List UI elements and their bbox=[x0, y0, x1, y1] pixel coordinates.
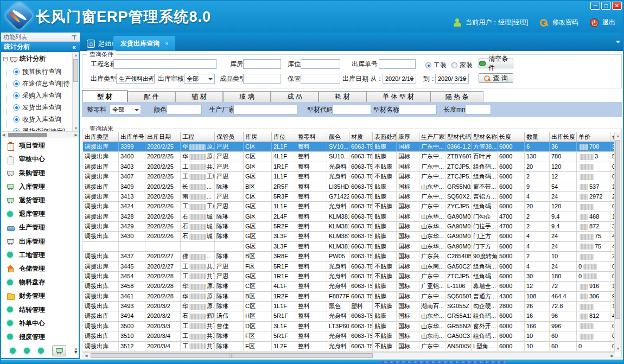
scrollbar-thumb[interactable]: ||| bbox=[91, 353, 373, 358]
pin-icon[interactable] bbox=[72, 34, 77, 40]
close-button[interactable]: ✕ bbox=[612, 2, 622, 10]
column-header[interactable]: 型材代码 bbox=[445, 132, 472, 142]
scroll-right-icon[interactable]: ▶ bbox=[611, 354, 614, 358]
table-row[interactable]: 调拨出库34932020/3/2华原...陈琳C区1L1F整料黑色塑料不贴膜国标… bbox=[83, 302, 615, 311]
column-header[interactable]: 工程 bbox=[181, 132, 215, 142]
circle-icon[interactable] bbox=[24, 348, 30, 354]
menu-item-2[interactable]: 采购管理 bbox=[1, 166, 79, 180]
table-row[interactable]: 调拨出库33992020/2/25华原...严思C区2L1F整料SV10...6… bbox=[83, 142, 615, 152]
scroll-left-icon[interactable]: ◀ bbox=[2, 133, 5, 137]
whole-part-select[interactable]: 全部 bbox=[110, 105, 141, 114]
table-row[interactable]: 调拨出库34612020/2/28华原...陈琳B区1R2F整料F8877FT6… bbox=[83, 292, 615, 302]
circle-icon[interactable] bbox=[10, 348, 16, 354]
date-from-picker[interactable]: 2020/ 2/16 bbox=[383, 74, 416, 84]
material-tab-2[interactable]: 辅 材 bbox=[175, 91, 223, 102]
tree-item-4[interactable]: 收货入库查询 bbox=[13, 114, 61, 125]
manufacturer-input[interactable] bbox=[233, 105, 297, 114]
column-header[interactable]: 数量 bbox=[525, 132, 550, 142]
material-tab-3[interactable]: 玻 璃 bbox=[223, 91, 271, 102]
column-header[interactable]: 型材名称 bbox=[472, 132, 498, 142]
material-tab-7[interactable]: 隔 热 条 bbox=[430, 91, 483, 102]
table-row[interactable]: 调拨出库34242020/2/26工工程严思G区1L1F整料光身料6063-T5… bbox=[83, 202, 615, 212]
column-header[interactable]: 库位 bbox=[272, 132, 296, 142]
minimize-button[interactable]: ─ bbox=[590, 2, 600, 10]
more-chevron[interactable]: »▾ bbox=[74, 348, 78, 353]
table-horizontal-scrollbar[interactable]: ◀ ▶ ||| bbox=[83, 352, 615, 359]
scrollbar-thumb[interactable] bbox=[8, 133, 47, 137]
profile-name-input[interactable] bbox=[399, 105, 437, 114]
table-row[interactable]: 调拨出库34582020/2/28华原...陈琳C区4L1F整料光身料6063-… bbox=[83, 282, 615, 291]
menu-item-11[interactable]: 财务管理 bbox=[1, 289, 79, 303]
material-tab-4[interactable]: 成 品 bbox=[271, 91, 319, 102]
tab-overflow-icon[interactable] bbox=[616, 41, 620, 43]
menu-item-4[interactable]: 退货管理 bbox=[1, 194, 79, 207]
scroll-down-icon[interactable]: ▼ bbox=[616, 347, 620, 350]
tree-item-1[interactable]: 在途信息查询[待 bbox=[13, 78, 69, 89]
table-row[interactable]: 调拨出库34452020/2/27工共工程严思F区5R1F整料光身料6063-T… bbox=[83, 262, 615, 272]
menu-item-8[interactable]: 工地管理 bbox=[1, 248, 79, 262]
menu-item-5[interactable]: 退库管理 bbox=[1, 207, 79, 221]
table-row[interactable]: G区3L3F整料KLM38176063-T5贴膜国标山东华...GA90M09.… bbox=[83, 242, 615, 252]
scroll-left-icon[interactable]: ◀ bbox=[85, 354, 87, 358]
table-row[interactable]: 调拨出库34092020/2/25长...陈琳B区2R5F整料LI35HD606… bbox=[83, 182, 615, 192]
circle-icon[interactable] bbox=[38, 348, 44, 354]
length-input[interactable] bbox=[465, 105, 491, 114]
column-header[interactable]: 颜色 bbox=[327, 132, 349, 142]
scroll-up-icon[interactable]: ▲ bbox=[616, 134, 620, 138]
audit-select[interactable]: 全部 bbox=[184, 74, 215, 84]
tree-item-2[interactable]: 采购入库查询 bbox=[13, 90, 61, 101]
tree-vertical-scrollbar[interactable]: ▲ ▼ bbox=[72, 52, 79, 131]
table-row[interactable]: 调拨出库34072020/2/25工工程严思G区1L1F整料光身料6063-T5… bbox=[83, 172, 615, 182]
maximize-button[interactable]: □ bbox=[601, 2, 611, 10]
table-row[interactable]: 调拨出库34302020/2/26石城陈琳G区3L3F整料KLM38176063… bbox=[83, 232, 615, 241]
product-type-input[interactable] bbox=[243, 74, 281, 84]
warehouse-input[interactable] bbox=[243, 59, 281, 69]
column-header[interactable]: 单价 bbox=[577, 132, 610, 142]
tree-root-node[interactable]: 统计分析 bbox=[3, 54, 46, 63]
search-button[interactable]: 查 询 bbox=[479, 73, 513, 83]
scroll-up-icon[interactable]: ▲ bbox=[74, 53, 78, 57]
stat-analysis-header[interactable]: 统计分析 « bbox=[0, 42, 80, 52]
material-tab-5[interactable]: 耗 材 bbox=[319, 91, 366, 102]
column-header[interactable]: 库房 bbox=[244, 132, 272, 142]
clear-conditions-button[interactable]: 清空条件 bbox=[479, 59, 513, 68]
column-header[interactable]: 表面处理 bbox=[373, 132, 397, 142]
table-row[interactable]: 调拨出库35102020/3/4工共工程陈琳F区5R1F整料光身料6063-T5… bbox=[83, 331, 615, 341]
tree-horizontal-scrollbar[interactable]: ◀ ▶ bbox=[1, 131, 79, 138]
column-header[interactable]: 材质 bbox=[349, 132, 373, 142]
scrollbar-thumb[interactable] bbox=[615, 140, 620, 319]
tree-item-0[interactable]: 预算执行查询 bbox=[13, 66, 61, 77]
table-row[interactable]: 调拨出库34942020/3/2石辉城汤伟H区5R1F整料光身料6063-T5贴… bbox=[83, 311, 615, 321]
menu-item-3[interactable]: 入库管理 bbox=[1, 180, 79, 194]
column-header[interactable]: 生产厂家 bbox=[419, 132, 445, 142]
menu-item-12[interactable]: 结转管理 bbox=[1, 303, 79, 316]
menu-item-13[interactable]: 补单中心 bbox=[1, 317, 79, 330]
table-row[interactable]: 调拨出库34292020/2/26石城陈琳G区5R2F整料KLM38176063… bbox=[83, 222, 615, 232]
table-row[interactable]: 调拨出库35002020/3/3工共工程曹佳D区3L1F整料LT3P606063… bbox=[83, 322, 615, 331]
menu-item-6[interactable]: 生产管理 bbox=[1, 221, 79, 234]
table-row[interactable]: 调拨出库34002020/2/25华原...严思C区4L1F整料SU10...6… bbox=[83, 152, 615, 162]
tree-item-3[interactable]: 发货出库查询 bbox=[13, 102, 61, 113]
material-tab-0[interactable]: 型 材 bbox=[82, 90, 128, 102]
tree-expander-icon[interactable] bbox=[3, 57, 8, 61]
tab-close-icon[interactable]: × bbox=[165, 40, 168, 47]
out-type-select[interactable]: 生产领料出库 bbox=[116, 74, 155, 84]
material-tab-1[interactable]: 配 件 bbox=[128, 91, 175, 102]
column-header[interactable]: 出库日期 bbox=[145, 132, 181, 142]
column-header[interactable]: 出库长度 bbox=[550, 132, 577, 142]
change-password-button[interactable]: 修改密码 bbox=[552, 18, 578, 27]
radio-jiazhuang[interactable]: 家装 bbox=[451, 61, 473, 70]
menu-item-14[interactable]: 报废管理 bbox=[1, 330, 79, 344]
profile-code-input[interactable] bbox=[332, 105, 371, 114]
location-input[interactable] bbox=[301, 59, 340, 69]
table-row[interactable]: 调拨出库34032020/2/25工共工程严思G区1R1F整料光身料6063-T… bbox=[83, 162, 615, 172]
menu-item-0[interactable]: 项目管理 bbox=[1, 139, 79, 152]
column-header[interactable]: 出库单号 bbox=[119, 132, 145, 142]
scroll-right-icon[interactable]: ▶ bbox=[75, 133, 78, 137]
column-header[interactable]: 出库类型 bbox=[83, 132, 119, 142]
scrollbar-thumb[interactable] bbox=[73, 59, 78, 82]
table-row[interactable]: 调拨出库35122020/3/4工共工程陈琳F区1L2F整料光身料6063-T5… bbox=[83, 342, 615, 352]
table-row[interactable]: 调拨出库34372020/2/27佛...陈琳B区3R8F整料PW056063-… bbox=[83, 252, 615, 261]
date-to-picker[interactable]: 2020/ 3/16 bbox=[435, 74, 469, 84]
color-input[interactable] bbox=[167, 105, 202, 114]
